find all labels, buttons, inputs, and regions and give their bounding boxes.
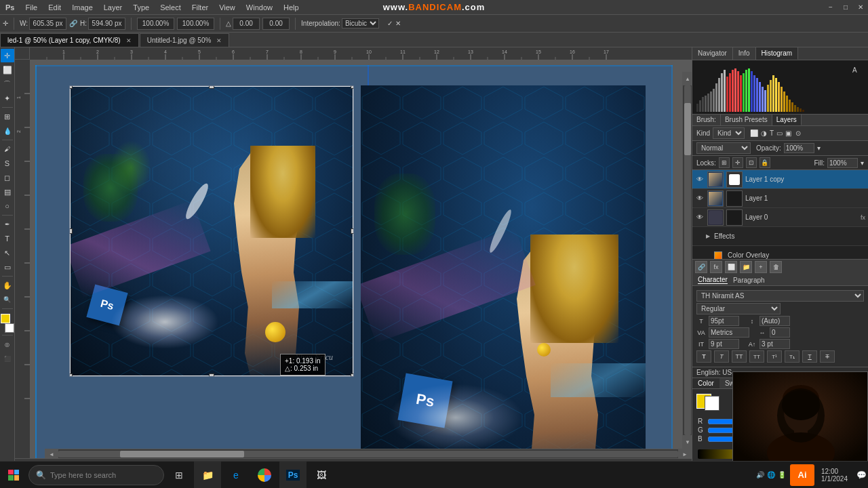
leading-input[interactable] bbox=[760, 316, 790, 326]
filter-pixel-btn[interactable]: ⬜ bbox=[750, 129, 758, 137]
interpolation-select[interactable]: Bicubic bbox=[342, 18, 379, 28]
scroll-up-btn[interactable]: ▲ bbox=[683, 72, 692, 85]
lasso-tool[interactable]: ⌒ bbox=[1, 77, 14, 91]
menu-filter[interactable]: Filter bbox=[186, 2, 214, 13]
color-overlay-item[interactable]: Color Overlay bbox=[692, 246, 868, 259]
zoom-tool[interactable]: 🔍 bbox=[1, 293, 14, 306]
taskbar-explorer[interactable]: 📁 bbox=[194, 462, 221, 489]
lock-all-btn[interactable]: 🔒 bbox=[760, 157, 770, 168]
layer-delete-btn[interactable]: 🗑 bbox=[770, 261, 782, 273]
brush-presets-tab[interactable]: Brush Presets bbox=[721, 115, 772, 125]
bold-btn[interactable]: T bbox=[696, 350, 711, 363]
vertical-scrollbar[interactable]: ▲ ▼ bbox=[682, 72, 692, 449]
layer-new-btn[interactable]: + bbox=[755, 261, 767, 273]
eyedropper-tool[interactable]: 💧 bbox=[1, 124, 14, 138]
maximize-button[interactable]: □ bbox=[838, 0, 853, 15]
text-tool[interactable]: T bbox=[1, 232, 14, 245]
menu-help[interactable]: Help bbox=[278, 2, 304, 13]
marquee-tool[interactable]: ⬜ bbox=[1, 63, 14, 77]
taskbar-edge[interactable]: e bbox=[222, 462, 250, 489]
path-select-tool[interactable]: ↖ bbox=[1, 246, 14, 260]
gradient-tool[interactable]: ▤ bbox=[1, 185, 14, 199]
filter-type-btn[interactable]: T bbox=[770, 129, 774, 137]
allcaps-btn[interactable]: TT bbox=[732, 350, 747, 363]
lock-move-btn[interactable]: ✛ bbox=[732, 157, 743, 168]
menu-edit[interactable]: Edit bbox=[43, 2, 66, 13]
move-tool[interactable]: ✛ bbox=[1, 49, 14, 62]
font-family-select[interactable]: TH Niramit AS bbox=[696, 290, 864, 302]
search-bar[interactable]: 🔍 Type here to search bbox=[28, 465, 164, 485]
sub-btn[interactable]: T₁ bbox=[785, 350, 800, 363]
layer-item-0[interactable]: 👁 Layer 0 fx bbox=[692, 208, 868, 227]
start-button[interactable] bbox=[0, 462, 27, 489]
handle-tr[interactable] bbox=[351, 85, 354, 89]
task-view-btn[interactable]: ⊞ bbox=[165, 462, 193, 489]
info-tab[interactable]: Info bbox=[733, 47, 756, 60]
lock-checkerboard-btn[interactable]: ⊞ bbox=[719, 157, 730, 168]
brush-tool[interactable]: 🖌 bbox=[1, 142, 14, 156]
tab-led1[interactable]: led-1 @ 50% (Layer 1 copy, CMYK/8) ✕ bbox=[0, 33, 139, 47]
shape-tool[interactable]: ▭ bbox=[1, 260, 14, 274]
canvas-area[interactable]: // Ruler ticks will be drawn via SVG inl… bbox=[15, 47, 692, 473]
font-size-input[interactable] bbox=[709, 316, 739, 326]
filter-toggle-btn[interactable]: ⊙ bbox=[795, 129, 801, 137]
scroll-left-btn[interactable]: ◄ bbox=[45, 449, 58, 458]
scroll-right-btn[interactable]: ► bbox=[678, 449, 692, 458]
tab-untitled[interactable]: Untitled-1.jpg @ 50% ✕ bbox=[140, 33, 230, 47]
bg-color-box[interactable] bbox=[705, 396, 719, 411]
width-input[interactable] bbox=[29, 18, 66, 30]
fill-input[interactable] bbox=[827, 158, 858, 168]
close-button[interactable]: ✕ bbox=[853, 0, 868, 15]
effects-arrow[interactable]: ▶ bbox=[706, 233, 710, 239]
ai-taskbar-icon[interactable]: Ai bbox=[790, 464, 814, 486]
notification-btn[interactable]: 💬 bbox=[854, 462, 868, 489]
paragraph-tab[interactable]: Paragraph bbox=[733, 277, 765, 284]
menu-view[interactable]: View bbox=[214, 2, 241, 13]
menu-select[interactable]: Select bbox=[155, 2, 186, 13]
scroll-thumb-h[interactable] bbox=[120, 451, 244, 458]
strikethrough-btn[interactable]: T bbox=[820, 350, 835, 363]
layers-main-tab[interactable]: Layers bbox=[772, 115, 802, 125]
pen-tool[interactable]: ✒ bbox=[1, 218, 14, 231]
character-tab[interactable]: Character bbox=[698, 276, 728, 284]
menu-type[interactable]: Type bbox=[127, 2, 155, 13]
tab-led1-close[interactable]: ✕ bbox=[126, 37, 132, 44]
layer-eye-1copy[interactable]: 👁 bbox=[695, 175, 705, 184]
blend-mode-select[interactable]: Normal bbox=[696, 142, 751, 154]
opacity-input[interactable] bbox=[784, 143, 814, 153]
taskbar-media[interactable]: 🖼 bbox=[308, 462, 335, 489]
crop-tool[interactable]: ⊞ bbox=[1, 110, 14, 123]
scroll-thumb-v[interactable] bbox=[684, 103, 691, 155]
font-style-select[interactable]: Regular bbox=[696, 303, 781, 314]
document-canvas[interactable]: Ps bbox=[35, 65, 673, 458]
kind-select[interactable]: Kind bbox=[713, 127, 745, 139]
filter-smart-btn[interactable]: ▣ bbox=[785, 129, 791, 137]
taskbar-chrome[interactable] bbox=[251, 462, 278, 489]
lock-artboard-btn[interactable]: ⊡ bbox=[746, 157, 757, 168]
fill-arrow[interactable]: ▾ bbox=[861, 159, 864, 167]
brush-tab[interactable]: Brush: bbox=[692, 115, 721, 125]
canvas-content[interactable]: Ps bbox=[30, 60, 692, 458]
magic-wand-tool[interactable]: ✦ bbox=[1, 92, 14, 105]
italic-btn[interactable]: T bbox=[714, 350, 729, 363]
filter-shape-btn[interactable]: ▭ bbox=[776, 129, 783, 137]
kerning-input[interactable] bbox=[770, 327, 790, 338]
handle-ml[interactable] bbox=[69, 228, 73, 234]
smallcaps-btn[interactable]: TT bbox=[749, 350, 764, 363]
layer-mask-btn[interactable]: ⬜ bbox=[725, 261, 737, 273]
scale-h-input[interactable] bbox=[760, 339, 790, 349]
handle-tm[interactable] bbox=[209, 85, 214, 89]
menu-file[interactable]: File bbox=[20, 2, 43, 13]
layer-group-btn[interactable]: 📁 bbox=[740, 261, 752, 273]
right-image-panel[interactable]: Ps Nhan Nricu bbox=[361, 85, 646, 458]
layer-link-btn[interactable]: 🔗 bbox=[695, 261, 707, 273]
handle-tl[interactable] bbox=[69, 85, 73, 89]
layer-fx-btn[interactable]: fx bbox=[710, 261, 722, 273]
menu-layer[interactable]: Layer bbox=[98, 2, 128, 13]
angle-input[interactable] bbox=[233, 18, 260, 30]
menu-window[interactable]: Window bbox=[241, 2, 278, 13]
color-tab[interactable]: Color bbox=[692, 378, 719, 388]
tab-untitled-close[interactable]: ✕ bbox=[216, 37, 222, 44]
layers-list[interactable]: 👁 Layer 1 copy 👁 Layer 1 bbox=[692, 170, 868, 259]
menu-image[interactable]: Image bbox=[66, 2, 98, 13]
